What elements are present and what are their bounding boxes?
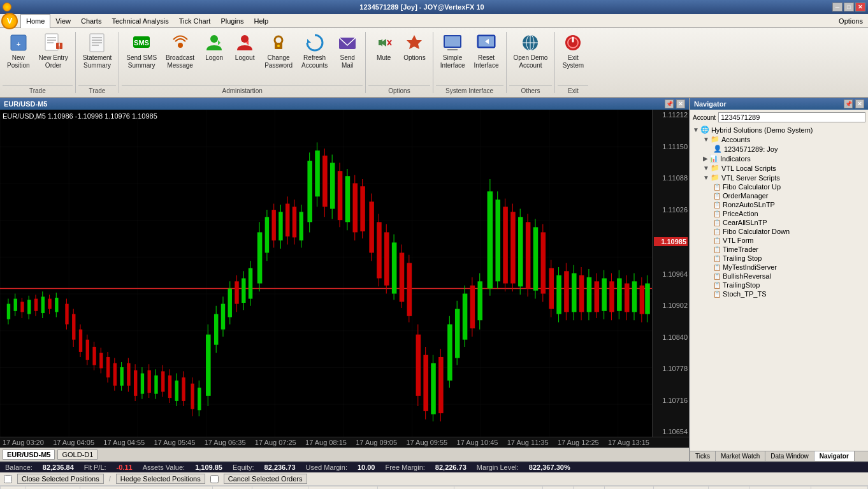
change-password-button[interactable]: ChangePassword xyxy=(260,29,297,73)
nav-script-trailingstop[interactable]: 📋 TrailingStop xyxy=(693,281,865,289)
logout-button[interactable]: Logout xyxy=(229,29,260,65)
menu-view[interactable]: View xyxy=(50,14,76,28)
nav-tab-market-watch[interactable]: Market Watch xyxy=(716,451,765,461)
nav-close-button[interactable]: ✕ xyxy=(855,99,864,108)
col-amount[interactable]: Amount xyxy=(252,486,308,490)
col-datetime[interactable]: Date/Time xyxy=(80,486,212,490)
chart-canvas[interactable]: EUR/USD,M5 1.10986 -1.10998 1.10976 1.10… xyxy=(0,110,689,437)
col-value[interactable]: Value xyxy=(749,486,811,490)
hedge-selected-button[interactable]: Hedge Selected Positions xyxy=(116,474,205,484)
nav-script-ordermgr[interactable]: 📋 OrderManager xyxy=(693,191,865,200)
nav-vtl-local[interactable]: ▼ 📁 VTL Local Scripts xyxy=(693,163,865,173)
chart-close-button[interactable]: ✕ xyxy=(676,99,685,108)
exit-button[interactable]: ExitSystem xyxy=(558,29,588,73)
toolbar-sep-1 xyxy=(75,32,76,93)
simple-interface-button[interactable]: SimpleInterface xyxy=(436,29,470,73)
col-pl[interactable]: P/L xyxy=(708,486,749,490)
time-13: 17 Aug 13:15 xyxy=(608,439,649,446)
assets-value: 1,109.85 xyxy=(195,463,222,471)
menu-tick-chart[interactable]: Tick Chart xyxy=(174,14,216,28)
menu-technical-analysis[interactable]: Technical Analysis xyxy=(106,14,173,28)
svg-rect-33 xyxy=(447,49,458,50)
broadcast-button[interactable]: BroadcastMessage xyxy=(161,29,199,73)
nav-script-fibo-up[interactable]: 📋 Fibo Calculator Up xyxy=(693,182,865,191)
refresh-button[interactable]: RefreshAccounts xyxy=(297,29,332,73)
maximize-button[interactable]: □ xyxy=(844,3,854,11)
account-input[interactable] xyxy=(718,112,865,122)
price-2: 1.11150 xyxy=(654,143,688,150)
menu-charts[interactable]: Charts xyxy=(76,14,106,28)
margin-level-label: Margin Level: xyxy=(477,463,519,471)
close-selected-cb[interactable] xyxy=(4,475,12,483)
price-axis: 1.11212 1.11150 1.11088 1.11026 1.10985 … xyxy=(652,110,689,437)
nav-script-trailing[interactable]: 📋 Trailing Stop xyxy=(693,254,865,263)
nav-script-cear[interactable]: 📋 CearAllSLnTP xyxy=(693,218,865,227)
col-type[interactable]: Type xyxy=(213,486,252,490)
col-tp[interactable]: T/P xyxy=(573,486,604,490)
price-3: 1.11088 xyxy=(654,174,688,182)
col-symbol[interactable]: Symbol xyxy=(308,486,378,490)
nav-root[interactable]: ▼ 🌐 Hybrid Solutions (Demo System) xyxy=(693,125,865,135)
svg-marker-30 xyxy=(407,35,422,49)
send-sms-button[interactable]: SMS Send SMSSummary xyxy=(122,29,161,73)
nav-script-stoch-label: Stoch_TP_TS xyxy=(723,290,766,298)
open-demo-button[interactable]: Open DemoAccount xyxy=(509,29,553,73)
toolbar-sep-2 xyxy=(119,32,119,93)
new-position-button[interactable]: + NewPosition xyxy=(3,29,34,73)
options-button[interactable]: Options xyxy=(399,29,430,65)
menu-help[interactable]: Help xyxy=(249,14,273,28)
nav-vtl-server[interactable]: ▼ 📁 VTL Server Scripts xyxy=(693,173,865,182)
menu-options[interactable]: Options xyxy=(835,16,867,26)
nav-script-stoch[interactable]: 📋 Stoch_TP_TS xyxy=(693,289,865,298)
svg-text:+: + xyxy=(17,40,20,48)
reset-interface-button[interactable]: ResetInterface xyxy=(470,29,503,73)
nav-tab-data-window[interactable]: Data Window xyxy=(765,451,814,461)
nav-script-fibo-down[interactable]: 📋 Fibo Calculator Down xyxy=(693,227,865,236)
col-current-price[interactable]: Current Price xyxy=(454,486,542,490)
minimize-button[interactable]: ─ xyxy=(832,3,843,11)
nav-script-bullish[interactable]: 📋 BullishReversal xyxy=(693,272,865,281)
open-demo-label: Open DemoAccount xyxy=(514,54,548,69)
menu-home[interactable]: Home xyxy=(20,14,50,28)
new-entry-order-button[interactable]: ! New EntryOrder xyxy=(34,29,73,73)
col-sl[interactable]: S/L xyxy=(542,486,573,490)
chart-tab-gold[interactable]: GOLD-D1 xyxy=(57,449,98,460)
col-open-price[interactable]: Open Price xyxy=(378,486,454,490)
options-icon xyxy=(404,33,424,53)
chart-tab-eurusd[interactable]: EUR/USD-M5 xyxy=(3,449,55,460)
chart-pin-button[interactable]: 📌 xyxy=(665,99,674,108)
close-selected-button[interactable]: Close Selected Positions xyxy=(17,474,104,484)
cancel-orders-cb[interactable] xyxy=(210,475,219,483)
script-icon-5: 📋 xyxy=(713,219,721,226)
nav-pin-button[interactable]: 📌 xyxy=(844,99,853,108)
col-comm[interactable]: Comm xyxy=(604,486,654,490)
chart-titlebar: EUR/USD-M5 📌 ✕ xyxy=(0,98,689,110)
nav-script-priceaction[interactable]: 📋 PriceAction xyxy=(693,209,865,218)
col-comme[interactable]: Comme xyxy=(811,486,867,490)
logon-button[interactable]: Logon xyxy=(199,29,229,65)
nav-accounts[interactable]: ▼ 📁 Accounts xyxy=(693,135,865,144)
price-10: 1.10654 xyxy=(654,428,688,435)
svg-rect-32 xyxy=(445,36,460,47)
nav-script-timetrader-label: TimeTrader xyxy=(723,245,758,253)
nav-account-item[interactable]: 👤 1234571289: Joy xyxy=(693,144,865,154)
nav-tab-ticks[interactable]: Ticks xyxy=(690,451,716,461)
trade2-group-label: Trade xyxy=(78,85,117,96)
refresh-icon xyxy=(305,33,325,53)
send-mail-button[interactable]: SendMail xyxy=(332,29,363,73)
toolbar-separator: / xyxy=(109,475,111,483)
nav-script-timetrader[interactable]: 📋 TimeTrader xyxy=(693,245,865,254)
nav-tab-navigator[interactable]: Navigator xyxy=(814,451,855,461)
mute-button[interactable]: Mute xyxy=(368,29,399,65)
close-button[interactable]: ✕ xyxy=(855,3,865,11)
cancel-orders-button[interactable]: Cancel Selected Orders xyxy=(224,474,307,484)
col-ticket[interactable]: Ticket xyxy=(25,486,80,490)
statement-button[interactable]: StatementSummary xyxy=(78,29,117,73)
col-interest[interactable]: Interest xyxy=(654,486,709,490)
menu-plugins[interactable]: Plugins xyxy=(215,14,249,28)
nav-script-ronz[interactable]: 📋 RonzAutoSLnTP xyxy=(693,200,865,209)
nav-script-mytest[interactable]: 📋 MyTestIndiServer xyxy=(693,263,865,272)
nav-indicators[interactable]: ▶ 📊 Indicators xyxy=(693,154,865,163)
nav-script-vtl-form[interactable]: 📋 VTL Form xyxy=(693,236,865,245)
nav-script-fibo-down-label: Fibo Calculator Down xyxy=(723,228,790,235)
